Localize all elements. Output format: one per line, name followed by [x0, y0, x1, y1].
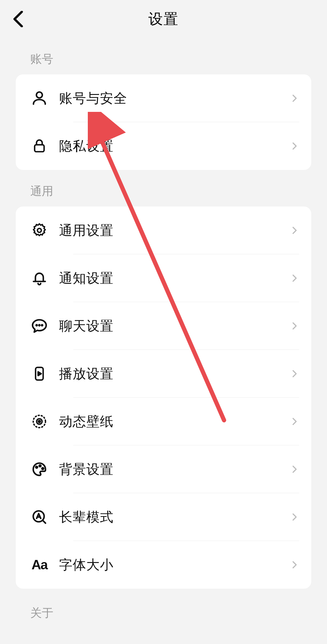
row-privacy[interactable]: 隐私设置 — [16, 122, 311, 170]
row-label: 隐私设置 — [59, 137, 290, 155]
chevron-right-icon — [290, 94, 299, 103]
row-elder-mode[interactable]: 长辈模式 — [16, 493, 311, 541]
row-background[interactable]: 背景设置 — [16, 445, 311, 493]
chevron-right-icon — [290, 465, 299, 474]
row-label: 动态壁纸 — [59, 413, 290, 431]
svg-point-0 — [36, 92, 42, 98]
svg-point-10 — [38, 421, 41, 423]
user-icon — [30, 89, 48, 107]
row-playback[interactable]: 播放设置 — [16, 350, 311, 398]
svg-point-6 — [41, 325, 42, 326]
chevron-right-icon — [290, 369, 299, 378]
row-chat[interactable]: 聊天设置 — [16, 302, 311, 350]
svg-point-5 — [39, 325, 40, 326]
live-wallpaper-icon — [30, 412, 48, 431]
chevron-right-icon — [290, 417, 299, 426]
svg-point-12 — [36, 466, 38, 468]
svg-point-14 — [42, 468, 44, 470]
row-account-security[interactable]: 账号与安全 — [16, 74, 311, 122]
play-device-icon — [30, 365, 48, 383]
section-label-about: 关于 — [0, 589, 327, 628]
row-general-settings[interactable]: 通用设置 — [16, 207, 311, 254]
header: 设置 — [0, 0, 327, 38]
chevron-right-icon — [290, 274, 299, 283]
page-title: 设置 — [0, 9, 327, 29]
gear-icon — [30, 221, 48, 239]
elder-mode-icon — [30, 508, 48, 526]
svg-rect-1 — [35, 145, 44, 152]
row-font-size[interactable]: Aa 字体大小 — [16, 541, 311, 589]
section-label-general: 通用 — [0, 170, 327, 207]
svg-point-2 — [38, 229, 41, 233]
row-notifications[interactable]: 通知设置 — [16, 254, 311, 302]
chevron-left-icon — [13, 11, 24, 27]
row-label: 通用设置 — [59, 222, 290, 239]
svg-marker-8 — [38, 372, 41, 376]
chevron-right-icon — [290, 141, 299, 151]
bell-icon — [30, 269, 48, 287]
palette-icon — [30, 460, 48, 478]
back-button[interactable] — [9, 10, 27, 28]
row-label: 账号与安全 — [59, 89, 290, 107]
section-account: 账号与安全 隐私设置 — [16, 74, 311, 170]
chevron-right-icon — [290, 226, 299, 235]
chevron-right-icon — [290, 321, 299, 330]
chevron-right-icon — [290, 512, 299, 522]
chat-icon — [30, 317, 48, 335]
svg-point-4 — [36, 325, 37, 326]
row-label: 聊天设置 — [59, 317, 290, 335]
row-label: 背景设置 — [59, 460, 290, 478]
svg-line-16 — [43, 520, 45, 523]
row-label: 长辈模式 — [59, 508, 290, 526]
svg-point-13 — [39, 465, 41, 467]
chevron-right-icon — [290, 560, 299, 569]
row-label: 通知设置 — [59, 269, 290, 287]
row-wallpaper[interactable]: 动态壁纸 — [16, 398, 311, 445]
section-general: 通用设置 通知设置 聊天设置 播放设置 动态壁纸 — [16, 207, 311, 589]
section-label-account: 账号 — [0, 38, 327, 74]
font-size-icon: Aa — [30, 556, 48, 574]
lock-icon — [30, 137, 48, 155]
row-label: 字体大小 — [59, 556, 290, 574]
row-label: 播放设置 — [59, 365, 290, 383]
